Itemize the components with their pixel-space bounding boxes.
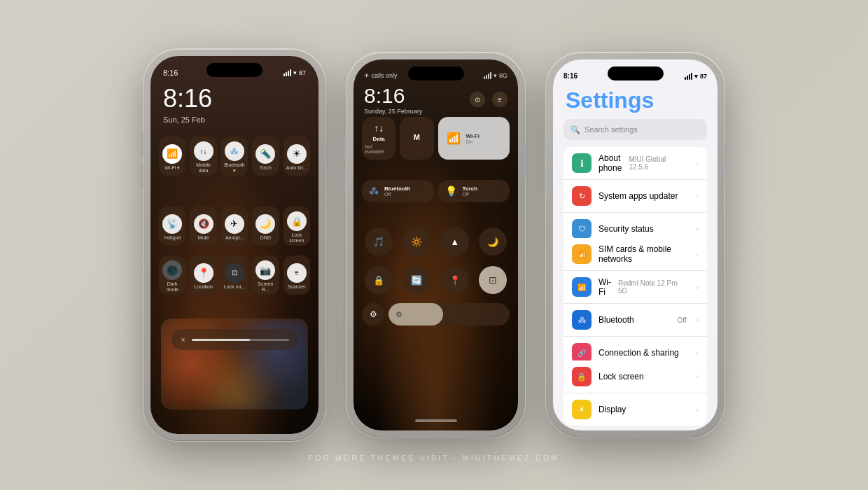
torch-toggle[interactable]: 🔦 Torch — [252, 136, 279, 176]
settings-section-network: 📶 SIM cards & mobile networks › 📶 Wi-Fi … — [564, 238, 707, 369]
settings-row-lockscreen[interactable]: 🔒 Lock screen › — [564, 360, 707, 393]
brightness-control[interactable]: ⚙ — [388, 303, 510, 326]
dnd-icon: 🌙 — [255, 214, 275, 234]
cc-icon-music[interactable]: 🎵 — [365, 227, 393, 255]
mobile-data-tile-icon: M — [414, 133, 420, 141]
cc-icon-brightness[interactable]: 🔆 — [402, 227, 430, 255]
scanner-toggle[interactable]: ≡ Scanner — [284, 255, 310, 295]
sim-text: SIM cards & mobile networks — [598, 244, 690, 264]
display-label: Display — [598, 405, 690, 414]
lockscreen-icon: 🔒 — [287, 211, 307, 231]
location-toggle[interactable]: 📍 Location — [190, 255, 216, 295]
wifi-tile[interactable]: 📶 Wi-Fi On — [438, 117, 510, 160]
brightness-toggle[interactable]: ☀ Auto bri... — [284, 136, 310, 176]
phone2-power[interactable] — [524, 144, 527, 178]
phone3-volume-down[interactable] — [544, 168, 547, 192]
torch-label: Torch — [260, 165, 272, 171]
scanner-icon: ≡ — [287, 263, 307, 283]
phone-1-screen: 8:16 ▾ 87 8:16 Sun, 25 Feb — [150, 56, 318, 434]
hotspot-label: Hotspot — [164, 235, 181, 241]
scanner-label: Scanner — [288, 284, 306, 290]
torch-tile[interactable]: 💡 Torch Off — [438, 180, 510, 202]
about-phone-label: About phone — [598, 153, 622, 173]
phone1-date-display: Sun, 25 Feb — [163, 115, 205, 124]
bluetooth-tile-title: Bluetooth — [384, 186, 410, 192]
search-icon: 🔍 — [570, 125, 580, 134]
dynamic-island-2 — [408, 66, 464, 80]
phone2-wifi-icon: ▾ 8G — [493, 72, 507, 79]
wifi-tile-sub: On — [466, 139, 479, 144]
settings-row-sim[interactable]: 📶 SIM cards & mobile networks › — [564, 238, 707, 271]
settings-row-about[interactable]: ℹ About phone MIUI Global 12.5.6 › — [564, 147, 707, 180]
settings-wifi-label: Wi-Fi — [598, 277, 611, 297]
settings-row-bluetooth[interactable]: ⁂ Bluetooth Off › — [564, 304, 707, 337]
settings-row-system-apps[interactable]: ↻ System apps updater › — [564, 180, 707, 213]
settings-row-display[interactable]: ☀ Display › — [564, 393, 707, 426]
torch-icon: 🔦 — [255, 144, 275, 164]
darkmode-icon: 🌑 — [162, 260, 182, 280]
mute-toggle[interactable]: 🔇 Mute — [190, 206, 216, 246]
about-phone-text: About phone — [598, 153, 622, 173]
bluetooth-icon: ⁂ — [225, 141, 244, 161]
cc-icon-rotate[interactable]: 🔄 — [402, 266, 430, 294]
phone-2-screen: ✈ calls only ▾ 8G 8:16 — [354, 59, 518, 430]
system-apps-text: System apps updater — [598, 191, 690, 201]
clock-icon[interactable]: ⊙ — [470, 92, 485, 107]
darkmode-toggle[interactable]: 🌑 Dark mode — [159, 255, 186, 295]
volume-up-button[interactable] — [141, 133, 144, 158]
settings-bt-value: Off — [678, 316, 687, 324]
brightness-icon: ☀ — [287, 144, 307, 164]
wifi-tile-icon: 📶 — [447, 132, 461, 145]
connection-label: Connection & sharing — [598, 348, 690, 358]
phone3-volume-up[interactable] — [544, 136, 547, 161]
cc-icon-lock[interactable]: 🔒 — [365, 266, 393, 294]
bluetooth-toggle[interactable]: ⁂ Bluetooth ▾ — [221, 136, 248, 176]
bluetooth-tile-text: Bluetooth Off — [384, 186, 410, 197]
cc-grid-row1: ↑↓ Data Not available M 📶 Wi-Fi — [362, 117, 510, 160]
rotation-toggle[interactable]: ⊡ Lock ori... — [221, 255, 248, 295]
wifi-label: Wi-Fi ▾ — [164, 165, 180, 171]
data-tile-sub: Not available — [365, 144, 393, 154]
cc-icon-moon[interactable]: 🌙 — [479, 227, 507, 255]
edit-icon[interactable]: ≡ — [492, 92, 507, 107]
settings-wifi-value: Redmi Note 12 Pro 5G — [618, 279, 687, 295]
torch-tile-title: Torch — [463, 186, 478, 192]
phone2-volume-down[interactable] — [344, 168, 347, 192]
wifi-toggle[interactable]: 📶 Wi-Fi ▾ — [159, 136, 186, 176]
mobile-data-tile[interactable]: M — [400, 117, 433, 160]
mobile-data-toggle[interactable]: ↑↓ Mobile data — [190, 136, 216, 176]
mute-icon: 🔇 — [194, 214, 214, 234]
phone3-time: 8:16 — [564, 72, 578, 80]
settings-row-wifi[interactable]: 📶 Wi-Fi Redmi Note 12 Pro 5G › — [564, 271, 707, 304]
data-tile-title: Data — [372, 136, 384, 142]
phone-3-screen: 8:16 ▾ 87 Settings — [553, 59, 718, 430]
hotspot-toggle[interactable]: 📡 Hotspot — [159, 206, 186, 246]
hotspot-icon: 📡 — [162, 214, 182, 234]
cc-icon-screen[interactable]: ⊡ — [479, 266, 507, 294]
power-button[interactable] — [325, 140, 328, 175]
dnd-toggle[interactable]: 🌙 DND — [252, 206, 279, 246]
about-phone-icon: ℹ — [572, 153, 592, 173]
bluetooth-tile[interactable]: ⁂ Bluetooth Off — [362, 180, 434, 202]
settings-title: Settings — [566, 88, 654, 113]
phone1-status-icons: ▾ 87 — [284, 69, 306, 76]
sim-icon: 📶 — [572, 244, 592, 264]
cc-icon-nav[interactable]: ▲ — [441, 227, 469, 255]
brightness-slider[interactable]: ☀ — [172, 329, 298, 350]
phone2-volume-up[interactable] — [344, 136, 347, 161]
data-tile[interactable]: ↑↓ Data Not available — [362, 117, 396, 160]
darkmode-label: Dark mode — [161, 281, 183, 292]
system-apps-chevron: › — [696, 192, 699, 200]
screenrecord-toggle[interactable]: 📷 Screen R... — [252, 255, 279, 295]
lockscreen-toggle[interactable]: 🔒 Lock screen — [284, 206, 310, 246]
phone3-power[interactable] — [724, 144, 727, 178]
airplane-toggle[interactable]: ✈ Aeropl... — [221, 206, 248, 246]
settings-search-bar[interactable]: 🔍 Search settings — [564, 119, 707, 140]
volume-down-button[interactable] — [141, 164, 144, 189]
slider-settings-icon[interactable]: ⚙ — [362, 303, 384, 326]
phone3-status-icons: ▾ 87 — [685, 73, 707, 80]
phone2-time: 8:16 — [364, 84, 422, 108]
about-phone-value: MIUI Global 12.5.6 — [629, 155, 686, 171]
cc-icon-location[interactable]: 📍 — [441, 266, 469, 294]
wifi-icon: ▾ — [293, 69, 297, 76]
